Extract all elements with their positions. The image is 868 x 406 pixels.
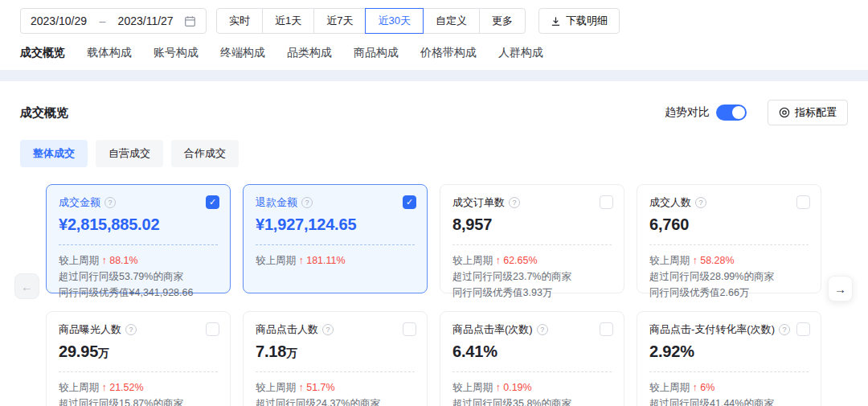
peer-rank-line: 超过同行同级41.44%的商家 <box>649 396 809 406</box>
metric-checkbox[interactable] <box>403 322 416 336</box>
metric-value: ¥2,815,885.02 <box>59 215 218 234</box>
section-header: 成交概览 趋势对比 指标配置 <box>0 81 868 125</box>
metric-checkbox[interactable]: ✓ <box>403 195 416 209</box>
dashed-divider <box>649 371 809 372</box>
metric-title: 成交订单数 <box>452 195 505 210</box>
dashed-divider <box>59 371 218 372</box>
change-percent: 62.65% <box>503 255 537 266</box>
range-more-button[interactable]: 更多 <box>479 8 526 34</box>
metric-checkbox[interactable] <box>796 322 810 336</box>
analytics-page: 2023/10/29 – 2023/11/27 实时 近1天 近7天 近30天 … <box>0 0 868 406</box>
peer-rank-line: 超过同行同级28.99%的商家 <box>649 269 809 285</box>
arrow-right-icon: → <box>834 282 846 296</box>
compare-label: 较上周期 <box>649 255 690 266</box>
download-icon <box>551 16 561 27</box>
metric-checkbox[interactable]: ✓ <box>206 195 219 209</box>
peer-best-line: 同行同级优秀值2.66万 <box>649 285 809 301</box>
metric-card-click-pay-conversion[interactable]: 商品点击-支付转化率(次数) ? 2.92% 较上周期 ↑ 6% 超过同行同级4… <box>637 311 821 406</box>
nav-tab-price-band[interactable]: 价格带构成 <box>420 46 477 60</box>
help-icon[interactable]: ? <box>104 197 116 208</box>
range-30day-button[interactable]: 近30天 <box>365 8 423 34</box>
metric-value-number: ¥2,815,885.02 <box>59 215 159 233</box>
metric-value-number: 8,957 <box>452 215 492 233</box>
compare-label: 较上周期 <box>452 382 493 393</box>
metric-card-click-rate[interactable]: 商品点击率(次数) ? 6.41% 较上周期 ↑ 0.19% 超过同行同级35.… <box>440 311 624 406</box>
metric-value: 2.92% <box>649 342 809 361</box>
metric-card-refund-amount[interactable]: 退款金额 ? ✓ ¥1,927,124.65 较上周期 ↑ 181.11% <box>243 184 428 293</box>
nav-tab-account[interactable]: 账号构成 <box>154 46 199 60</box>
range-7day-button[interactable]: 近7天 <box>313 8 366 34</box>
metric-card-product-exposure[interactable]: 商品曝光人数 ? 29.95万 较上周期 ↑ 21.52% 超过同行同级15.8… <box>46 311 231 406</box>
metric-value: 29.95万 <box>59 342 218 361</box>
help-icon[interactable]: ? <box>125 324 137 335</box>
compare-row: 较上周期 ↑ 62.65% <box>452 252 612 269</box>
up-arrow-icon: ↑ <box>298 382 303 393</box>
scroll-left-button[interactable]: ← <box>14 273 39 299</box>
metric-title: 成交金额 <box>59 195 100 210</box>
metric-checkbox[interactable] <box>206 322 219 336</box>
compare-label: 较上周期 <box>256 255 296 266</box>
date-range-picker[interactable]: 2023/10/29 – 2023/11/27 <box>20 8 207 34</box>
metric-title: 商品点击-支付转化率(次数) <box>649 322 775 337</box>
help-icon[interactable]: ? <box>322 324 334 335</box>
peer-best-line: 同行同级优秀值¥4,341,928.66 <box>59 285 218 301</box>
download-detail-button[interactable]: 下载明细 <box>538 8 620 34</box>
date-end[interactable]: 2023/11/27 <box>118 14 174 27</box>
tab-overall-transaction[interactable]: 整体成交 <box>20 140 88 167</box>
metric-config-button[interactable]: 指标配置 <box>768 100 848 125</box>
help-icon[interactable]: ? <box>537 324 548 335</box>
metric-value-number: ¥1,927,124.65 <box>256 215 356 233</box>
help-icon[interactable]: ? <box>301 197 313 208</box>
tab-cooperative-transaction[interactable]: 合作成交 <box>171 140 239 167</box>
metric-card-product-click-users[interactable]: 商品点击人数 ? 7.18万 较上周期 ↑ 51.7% 超过同行同级24.37%… <box>243 311 428 406</box>
metric-value-number: 7.18 <box>256 342 286 360</box>
compare-row: 较上周期 ↑ 21.52% <box>59 379 218 396</box>
help-icon[interactable]: ? <box>695 197 706 208</box>
metric-value-unit: 万 <box>98 347 109 359</box>
tab-self-operated-transaction[interactable]: 自营成交 <box>96 140 163 167</box>
nav-tab-category[interactable]: 品类构成 <box>287 46 332 60</box>
range-realtime-button[interactable]: 实时 <box>216 8 263 34</box>
metric-value-number: 6,760 <box>649 215 689 233</box>
metric-card-transaction-amount[interactable]: 成交金额 ? ✓ ¥2,815,885.02 较上周期 ↑ 88.1% 超过同行… <box>46 184 231 293</box>
card-header: 成交金额 ? ✓ <box>59 195 218 210</box>
metric-checkbox[interactable] <box>600 322 613 336</box>
change-percent: 88.1% <box>109 255 137 266</box>
metric-config-icon <box>779 107 790 118</box>
compare-row: 较上周期 ↑ 6% <box>649 379 809 396</box>
range-1day-button[interactable]: 近1天 <box>262 8 314 34</box>
calendar-icon[interactable] <box>184 15 196 27</box>
change-percent: 21.52% <box>109 382 143 393</box>
help-icon[interactable]: ? <box>509 197 520 208</box>
dashed-divider <box>452 244 612 245</box>
metric-value-number: 6.41% <box>452 342 497 360</box>
metric-checkbox[interactable] <box>600 195 613 209</box>
nav-tab-audience[interactable]: 人群构成 <box>498 46 543 60</box>
nav-tab-terminal[interactable]: 终端构成 <box>220 46 265 60</box>
compare-row: 较上周期 ↑ 51.7% <box>256 379 415 396</box>
transaction-type-tabs: 整体成交 自营成交 合作成交 <box>0 125 868 167</box>
metric-value: 8,957 <box>452 215 612 234</box>
help-icon[interactable]: ? <box>779 324 790 335</box>
toggle-knob <box>732 106 745 119</box>
up-arrow-icon: ↑ <box>101 255 106 266</box>
peer-best-line: 同行同级优秀值3.93万 <box>452 285 612 301</box>
trend-compare-toggle[interactable] <box>716 105 747 121</box>
metric-checkbox[interactable] <box>796 195 810 209</box>
nav-tab-product[interactable]: 商品构成 <box>354 46 399 60</box>
nav-tab-carrier[interactable]: 载体构成 <box>87 46 132 60</box>
up-arrow-icon: ↑ <box>101 382 106 393</box>
metric-card-buyer-count[interactable]: 成交人数 ? 6,760 较上周期 ↑ 58.28% 超过同行同级28.99%的… <box>637 184 821 293</box>
date-start[interactable]: 2023/10/29 <box>31 14 87 27</box>
metric-card-order-count[interactable]: 成交订单数 ? 8,957 较上周期 ↑ 62.65% 超过同行同级23.7%的… <box>440 184 624 293</box>
metric-title: 成交人数 <box>649 195 691 210</box>
change-percent: 51.7% <box>306 382 334 393</box>
scroll-right-button[interactable]: → <box>828 276 853 301</box>
page-title: 成交概览 <box>20 105 68 121</box>
dashed-divider <box>256 244 415 245</box>
up-arrow-icon: ↑ <box>298 255 303 266</box>
change-percent: 0.19% <box>503 382 531 393</box>
range-custom-button[interactable]: 自定义 <box>423 8 480 34</box>
card-header: 商品点击人数 ? <box>256 322 415 337</box>
nav-tab-transaction-overview[interactable]: 成交概览 <box>20 46 65 60</box>
